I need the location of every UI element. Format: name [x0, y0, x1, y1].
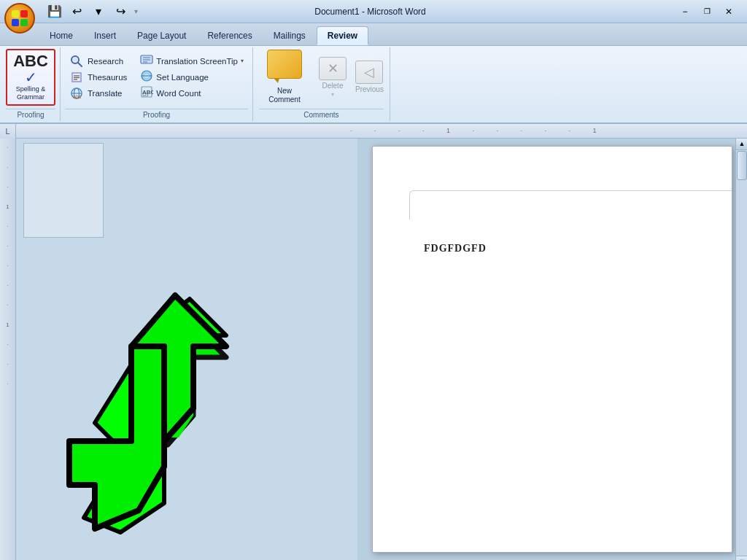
new-comment-button[interactable]: NewComment	[259, 50, 310, 104]
tab-mailings[interactable]: Mailings	[263, 26, 316, 45]
restore-button[interactable]: ❐	[697, 4, 716, 20]
spelling-label: Spelling &Grammar	[16, 85, 46, 101]
proofing-small-buttons: Research Thesaurus abc Translate	[61, 47, 253, 121]
new-comment-icon	[267, 50, 302, 79]
vertical-ruler: ···1·····1···	[0, 139, 16, 560]
previous-icon: ◁	[355, 61, 383, 84]
spelling-grammar-button[interactable]: ABC ✓ Spelling &Grammar	[6, 49, 55, 106]
proofing-group: ABC ✓ Spelling &Grammar Proofing	[3, 47, 61, 121]
tab-review[interactable]: Review	[317, 26, 368, 45]
delete-comment-button[interactable]: ✕ Delete ▾	[319, 57, 347, 98]
translate-icon: abc	[69, 86, 84, 101]
tab-bar: Home Insert Page Layout References Maili…	[0, 23, 747, 45]
translate-button[interactable]: abc Translate	[65, 86, 131, 101]
title-bar: 💾 ↩ ▾ ↪ ▾ Document1 - Microsoft Word − ❐…	[0, 0, 747, 23]
checkmark-icon: ✓	[25, 70, 37, 85]
scrollbar-right[interactable]: ▲ ▼	[735, 139, 747, 560]
office-button[interactable]	[4, 3, 35, 34]
set-language-label: Set Language	[156, 73, 209, 82]
svg-text:abc: abc	[73, 94, 82, 99]
scrollbar-thumb[interactable]	[737, 151, 747, 180]
delete-icon: ✕	[319, 57, 347, 80]
document-content: FDGFDGFD	[424, 241, 487, 254]
svg-point-2	[73, 58, 77, 62]
word-count-label: Word Count	[156, 89, 201, 98]
research-icon	[69, 54, 84, 69]
close-button[interactable]: ✕	[719, 4, 738, 20]
proofing-col-left: Research Thesaurus abc Translate	[65, 49, 131, 106]
proofing-group-label: Proofing	[6, 109, 55, 121]
comments-group: NewComment ✕ Delete ▾ ◁ Previous Comment…	[253, 47, 390, 121]
ribbon-content: ABC ✓ Spelling &Grammar Proofing Researc…	[0, 45, 747, 122]
tab-references[interactable]: References	[197, 26, 262, 45]
ribbon: Home Insert Page Layout References Maili…	[0, 23, 747, 124]
proofing-group-label-2: Proofing	[65, 109, 248, 121]
research-label: Research	[88, 57, 123, 66]
scrollbar-up-arrow[interactable]: ▲	[736, 139, 747, 150]
page-thumbnail	[23, 143, 104, 238]
translation-screentip-label: Translation ScreenTip	[156, 57, 238, 66]
svg-text:123: 123	[142, 93, 149, 97]
set-language-icon	[140, 69, 153, 85]
thesaurus-label: Thesaurus	[88, 73, 127, 82]
word-count-button[interactable]: ABC123 Word Count	[136, 86, 248, 101]
document-page[interactable]: FDGFDGFD	[372, 146, 732, 553]
window-title: Document1 - Microsoft Word	[69, 7, 671, 17]
proofing-col-right: Translation ScreenTip ▾ Set Language ABC…	[136, 49, 248, 106]
tab-home[interactable]: Home	[39, 26, 83, 45]
document-area: ···1·····1··· FDGFDGFD ▲	[0, 139, 747, 560]
document-text: FDGFDGFD	[424, 243, 487, 254]
translation-screentip-icon	[140, 53, 153, 69]
thesaurus-button[interactable]: Thesaurus	[65, 70, 131, 85]
abc-icon: ABC	[13, 53, 48, 69]
document-sidebar	[16, 139, 357, 560]
minimize-button[interactable]: −	[676, 4, 694, 20]
save-button[interactable]: 💾	[45, 4, 64, 20]
svg-line-1	[78, 63, 82, 66]
word-count-icon: ABC123	[140, 85, 153, 101]
tab-insert[interactable]: Insert	[84, 26, 126, 45]
horizontal-ruler: · · · · 1 · · · · · 1	[16, 124, 747, 138]
previous-comment-button[interactable]: ◁ Previous	[355, 61, 384, 93]
translate-label: Translate	[88, 89, 123, 98]
translation-screentip-button[interactable]: Translation ScreenTip ▾	[136, 54, 248, 69]
research-button[interactable]: Research	[65, 54, 131, 69]
set-language-button[interactable]: Set Language	[136, 70, 248, 85]
translation-dropdown-arrow: ▾	[241, 58, 244, 64]
thesaurus-icon	[69, 70, 84, 85]
tab-page-layout[interactable]: Page Layout	[127, 26, 196, 45]
ruler-corner[interactable]: L	[0, 124, 16, 139]
scrollbar-down-arrow[interactable]: ▼	[736, 556, 747, 560]
comments-group-label: Comments	[259, 109, 384, 121]
